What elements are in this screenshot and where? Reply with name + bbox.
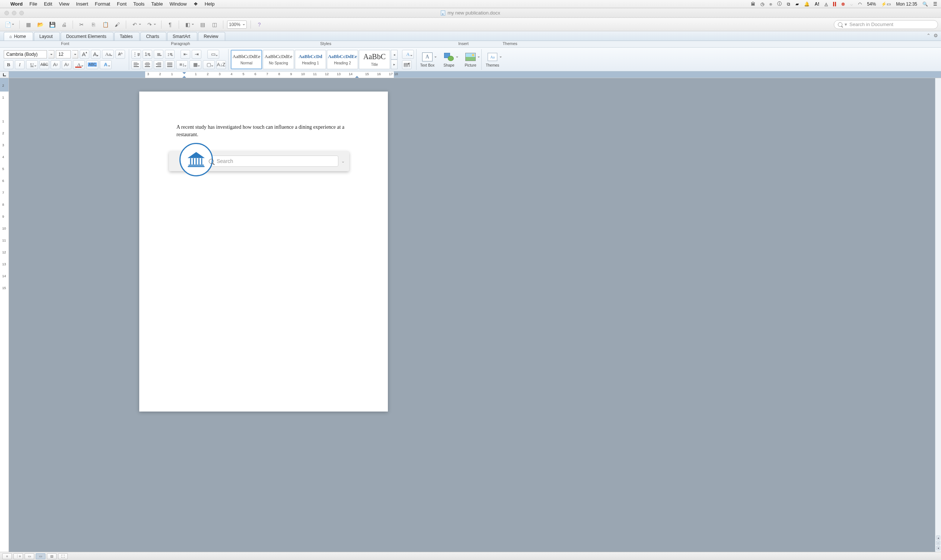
info-icon[interactable]: ⓘ <box>777 1 782 7</box>
close-window-button[interactable] <box>5 11 9 15</box>
spotlight-icon[interactable]: 🔍 <box>923 2 928 7</box>
save-button[interactable]: 💾 <box>47 20 57 29</box>
grow-font-button[interactable]: A▴ <box>80 50 89 59</box>
menu-window[interactable]: Window <box>169 1 186 7</box>
open-button[interactable]: 📂 <box>35 20 45 29</box>
wifi-icon[interactable]: ◠ <box>858 2 862 7</box>
menu-edit[interactable]: Edit <box>44 1 52 7</box>
toolbox-button[interactable]: ▤ <box>198 20 207 29</box>
help-button[interactable]: ? <box>255 20 264 29</box>
font-name-combobox[interactable]: Cambria (Body) <box>4 50 47 58</box>
style-title[interactable]: AaBbCTitle <box>359 50 390 69</box>
menu-table[interactable]: Table <box>151 1 163 7</box>
citation-search-input[interactable]: Search <box>205 155 338 167</box>
tab-smartart[interactable]: SmartArt <box>167 32 197 40</box>
browse-object-button[interactable]: ○ <box>936 541 940 545</box>
search-document-field[interactable]: ▾ Search in Document <box>834 20 938 29</box>
decrease-indent-button[interactable]: ⇤ <box>180 50 190 59</box>
show-formatting-button[interactable]: ¶ <box>165 20 175 29</box>
clear-formatting-button[interactable]: A̷ᵇ <box>116 50 125 59</box>
search-dropdown-icon[interactable]: ⌄ <box>341 159 345 164</box>
numbering-button[interactable]: 1≡ <box>143 50 152 59</box>
print-layout-view-button[interactable]: ▭ <box>36 553 45 559</box>
citation-icon[interactable]: 🏛 <box>751 2 755 7</box>
sort-button[interactable]: A↓Z <box>216 60 226 69</box>
line-spacing-options-button[interactable]: ≡↕ <box>176 60 188 69</box>
styles-pane-button[interactable]: ▤¶ <box>402 60 412 69</box>
style-heading-1[interactable]: AaBbCcDdHeading 1 <box>295 50 326 69</box>
tab-selector[interactable] <box>0 71 9 78</box>
font-name-dropdown[interactable] <box>48 50 54 58</box>
font-color-button[interactable]: A <box>73 60 85 69</box>
new-doc-button[interactable]: 📄 <box>3 20 15 29</box>
menu-format[interactable]: Format <box>95 1 110 7</box>
tab-home[interactable]: ⌂Home <box>4 32 33 40</box>
font-size-dropdown[interactable] <box>72 50 78 58</box>
menu-font[interactable]: Font <box>117 1 126 7</box>
change-case-button[interactable]: Aa <box>102 50 114 59</box>
ribbon-settings-button[interactable]: ⚙ <box>933 33 938 38</box>
bold-button[interactable]: B <box>4 60 14 69</box>
horizontal-ruler[interactable]: 3 2 1 1 2 3 4 5 6 7 8 9 10 11 12 13 14 1… <box>9 71 941 78</box>
menu-insert[interactable]: Insert <box>76 1 88 7</box>
media-browser-button[interactable]: ◫ <box>209 20 219 29</box>
document-page[interactable]: A recent study has investigated how touc… <box>139 92 388 412</box>
align-left-button[interactable] <box>131 60 141 69</box>
draft-view-button[interactable]: ≡ <box>2 553 12 559</box>
battery-percent[interactable]: 54% <box>867 2 876 7</box>
paste-button[interactable]: 📋 <box>100 20 110 29</box>
star-box-icon[interactable]: ⍟ <box>769 2 772 7</box>
picture-button[interactable]: Picture <box>462 51 479 67</box>
style-heading-2[interactable]: AaBbCcDdEeHeading 2 <box>327 50 358 69</box>
menu-help[interactable]: Help <box>205 1 215 7</box>
italic-button[interactable]: I <box>15 60 25 69</box>
prev-page-button[interactable]: ▴ <box>936 535 940 540</box>
menu-script-icon[interactable]: ❖ <box>194 1 198 7</box>
new-from-template-button[interactable]: ▦ <box>23 20 33 29</box>
notification-center-icon[interactable]: ☰ <box>933 2 937 7</box>
text-effects-button[interactable]: A <box>100 60 112 69</box>
zoom-window-button[interactable] <box>19 11 24 15</box>
justify-button[interactable] <box>165 60 175 69</box>
styles-scroll[interactable]: ◂▸ <box>391 50 397 69</box>
style-normal[interactable]: AaBbCcDdEeNormal <box>231 50 262 69</box>
change-styles-button[interactable]: A <box>402 50 414 59</box>
right-indent[interactable] <box>355 74 359 78</box>
adobe-icon[interactable]: A! <box>815 2 820 7</box>
copy-button[interactable]: ⎘ <box>89 20 98 29</box>
tab-tables[interactable]: Tables <box>114 32 140 40</box>
increase-indent-button[interactable]: ⇥ <box>192 50 202 59</box>
textbox-button[interactable]: AText Box <box>419 51 436 67</box>
undo-button[interactable]: ↶ <box>130 20 143 29</box>
align-center-button[interactable] <box>143 60 152 69</box>
app-menu[interactable]: Word <box>11 1 23 7</box>
notebook-view-button[interactable]: ▤ <box>47 553 57 559</box>
menu-tools[interactable]: Tools <box>133 1 145 7</box>
sidebar-toggle-button[interactable]: ◧ <box>183 20 196 29</box>
menu-file[interactable]: File <box>29 1 37 7</box>
chat-icon[interactable]: ▰ <box>795 2 799 7</box>
menu-view[interactable]: View <box>59 1 69 7</box>
clock[interactable]: Mon 12:35 <box>896 2 917 7</box>
borders-button[interactable]: ▢ <box>203 60 215 69</box>
align-right-button[interactable] <box>154 60 163 69</box>
bluetooth-icon[interactable]: ⌵ <box>850 2 853 7</box>
tab-document-elements[interactable]: Document Elements <box>61 32 114 40</box>
line-spacing-button[interactable]: ↕≡ <box>165 50 175 59</box>
vertical-scrollbar[interactable]: ▴ ○ ▾ <box>935 78 941 552</box>
minimize-window-button[interactable] <box>12 11 16 15</box>
tab-review[interactable]: Review <box>198 32 225 40</box>
collapse-ribbon-button[interactable]: ⌃ <box>927 33 930 38</box>
next-page-button[interactable]: ▾ <box>936 546 940 550</box>
battery-icon[interactable]: ⚡▭ <box>881 2 891 7</box>
redo-button[interactable]: ↷ <box>145 20 157 29</box>
tab-charts[interactable]: Charts <box>140 32 166 40</box>
multilevel-list-button[interactable]: ≣ <box>154 50 163 59</box>
vertical-ruler[interactable]: 2 1 1 2 3 4 5 6 7 8 9 10 11 12 13 14 15 <box>0 78 9 552</box>
bullets-button[interactable]: ⋮≡ <box>131 50 141 59</box>
tab-layout[interactable]: Layout <box>34 32 60 40</box>
gdrive-icon[interactable]: ◬ <box>824 2 828 7</box>
text-direction-button[interactable]: ▭ <box>207 50 219 59</box>
shading-button[interactable]: ▦ <box>189 60 202 69</box>
format-painter-button[interactable]: 🖌 <box>112 20 122 29</box>
